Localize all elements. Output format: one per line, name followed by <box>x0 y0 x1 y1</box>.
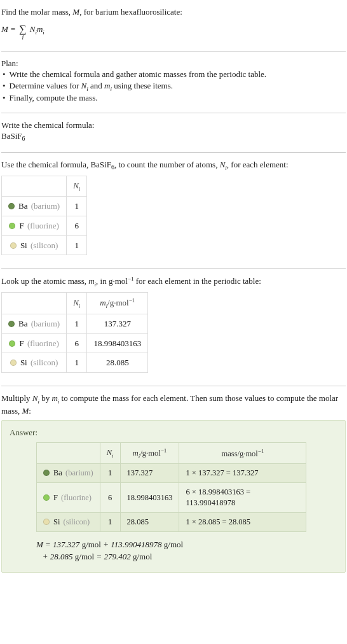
col-N: Ni <box>100 442 120 464</box>
element-dot-icon <box>8 321 15 327</box>
element-dot-icon <box>9 223 15 229</box>
col-N: Ni <box>67 293 87 314</box>
formula-text: BaSiF <box>1 131 22 141</box>
table-row: F (fluorine) 6 <box>2 216 87 235</box>
formula-subscript: 6 <box>22 135 25 142</box>
table-row: Ba (barium) 1 137.327 1 × 137.327 = 137.… <box>37 464 306 483</box>
col-element <box>2 293 67 314</box>
intro-section: Find the molar mass, M, for barium hexaf… <box>1 3 346 48</box>
col-N: Ni <box>67 176 87 197</box>
formula-heading: Write the chemical formula: <box>1 120 346 131</box>
element-dot-icon <box>43 470 50 476</box>
plan-heading: Plan: <box>1 58 346 69</box>
compute-section: Multiply Ni by mi to compute the mass fo… <box>1 389 346 579</box>
chemical-formula: BaSiF6 <box>1 130 346 143</box>
element-dot-icon <box>10 360 17 366</box>
element-dot-icon <box>8 203 15 209</box>
table-row: Si (silicon) 1 <box>2 235 87 255</box>
count-table: Ni Ba (barium) 1 F (fluorine) 6 Si (sili… <box>1 176 87 255</box>
divider <box>1 268 346 269</box>
mass-heading: Look up the atomic mass, mi, in g·mol−1 … <box>1 275 346 288</box>
table-row: Si (silicon) 1 28.085 <box>2 353 148 373</box>
divider <box>1 152 346 153</box>
element-dot-icon <box>9 340 15 347</box>
final-equation: M = 137.327 g/mol + 113.990418978 g/mol … <box>36 538 325 563</box>
col-element <box>37 442 100 464</box>
element-dot-icon <box>43 494 50 501</box>
count-heading: Use the chemical formula, BaSiF6, to cou… <box>1 159 346 172</box>
intro-line: Find the molar mass, M, for barium hexaf… <box>1 6 346 18</box>
table-row: Si (silicon) 1 28.085 1 × 28.085 = 28.08… <box>37 513 306 532</box>
plan-item: Determine values for Ni and mi using the… <box>1 80 346 93</box>
table-row: Ba (barium) 1 <box>2 197 87 216</box>
element-dot-icon <box>10 242 17 249</box>
plan-item: Write the chemical formula and gather at… <box>1 69 346 80</box>
divider <box>1 113 346 113</box>
table-row: F (fluorine) 6 18.998403163 6 × 18.99840… <box>37 483 306 513</box>
col-m: mi/g·mol−1 <box>120 442 179 464</box>
formula-section: Write the chemical formula: BaSiF6 <box>1 116 346 150</box>
answer-box: Answer: Ni mi/g·mol−1 mass/g·mol−1 Ba (b… <box>1 420 346 573</box>
element-dot-icon <box>43 519 50 525</box>
col-m: mi/g·mol−1 <box>87 293 148 314</box>
table-row: F (fluorine) 6 18.998403163 <box>2 333 148 353</box>
compute-heading: Multiply Ni by mi to compute the mass fo… <box>1 393 346 416</box>
mass-section: Look up the atomic mass, mi, in g·mol−1 … <box>1 271 346 383</box>
col-mass: mass/g·mol−1 <box>179 442 306 464</box>
molar-mass-formula: M = ∑ i Nimi <box>1 19 346 41</box>
count-section: Use the chemical formula, BaSiF6, to cou… <box>1 155 346 265</box>
divider <box>1 51 346 52</box>
answer-table: Ni mi/g·mol−1 mass/g·mol−1 Ba (barium) 1… <box>36 442 306 532</box>
table-row: Ba (barium) 1 137.327 <box>2 314 148 334</box>
plan-list: Write the chemical formula and gather at… <box>1 69 346 104</box>
answer-label: Answer: <box>10 427 337 438</box>
mass-table: Ni mi/g·mol−1 Ba (barium) 1 137.327 F (f… <box>1 292 148 373</box>
plan-item: Finally, compute the mass. <box>1 92 346 104</box>
sigma-icon: ∑ i <box>19 19 26 41</box>
col-element <box>2 176 67 197</box>
divider <box>1 386 346 386</box>
plan-section: Plan: Write the chemical formula and gat… <box>1 54 346 110</box>
